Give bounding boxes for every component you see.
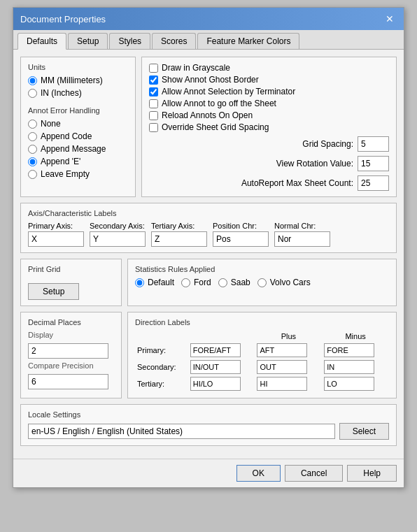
normal-chr-input[interactable] bbox=[274, 231, 330, 247]
cancel-button[interactable]: Cancel bbox=[285, 465, 343, 482]
volvo-radio[interactable] bbox=[257, 278, 267, 287]
append-message-radio-item[interactable]: Append Message bbox=[28, 144, 128, 154]
tertiary-direction-row: Tertiary: bbox=[135, 375, 389, 392]
override-grid-item[interactable]: Override Sheet Grid Spacing bbox=[149, 122, 389, 132]
view-rotation-row: View Rotation Value: bbox=[149, 156, 389, 171]
mm-label: MM (Millimeters) bbox=[41, 76, 103, 85]
secondary-direction-row: Secondary: bbox=[135, 359, 389, 375]
display-input[interactable] bbox=[28, 343, 108, 359]
append-message-radio[interactable] bbox=[28, 145, 37, 154]
mm-radio-item[interactable]: MM (Millimeters) bbox=[28, 76, 128, 85]
append-e-radio[interactable] bbox=[28, 157, 37, 166]
in-radio[interactable] bbox=[28, 89, 37, 98]
primary-dir-plus-input[interactable] bbox=[257, 343, 307, 357]
none-radio[interactable] bbox=[28, 120, 37, 129]
view-rotation-label: View Rotation Value: bbox=[276, 159, 353, 168]
autoreport-label: AutoReport Max Sheet Count: bbox=[241, 178, 353, 188]
primary-dir-minus-input[interactable] bbox=[324, 343, 374, 357]
grid-spacing-row: Grid Spacing: bbox=[149, 136, 389, 152]
primary-axis-label: Primary Axis: bbox=[28, 222, 84, 230]
allow-off-sheet-checkbox[interactable] bbox=[149, 99, 158, 108]
show-ghost-border-item[interactable]: Show Annot Ghost Border bbox=[149, 75, 389, 85]
dir-col-minus: Minus bbox=[322, 331, 389, 342]
autoreport-input[interactable] bbox=[358, 175, 389, 191]
ok-button[interactable]: OK bbox=[236, 465, 281, 482]
default-radio-item[interactable]: Default bbox=[135, 278, 174, 287]
none-radio-item[interactable]: None bbox=[28, 119, 128, 129]
tab-styles[interactable]: Styles bbox=[109, 33, 150, 49]
view-rotation-input[interactable] bbox=[358, 156, 389, 171]
tab-scores[interactable]: Scores bbox=[152, 33, 196, 49]
tab-setup[interactable]: Setup bbox=[68, 33, 108, 49]
override-grid-checkbox[interactable] bbox=[149, 123, 158, 132]
secondary-dir-main-input[interactable] bbox=[190, 360, 241, 374]
tertiary-axis-input[interactable] bbox=[151, 231, 207, 247]
tertiary-dir-minus-input[interactable] bbox=[324, 377, 374, 391]
allow-off-sheet-item[interactable]: Allow Annot to go off the Sheet bbox=[149, 99, 389, 108]
leave-empty-radio[interactable] bbox=[28, 170, 37, 179]
display-label: Display bbox=[28, 331, 114, 339]
primary-axis-input[interactable] bbox=[28, 231, 84, 247]
document-properties-window: Document Properties ✕ Defaults Setup Sty… bbox=[13, 7, 404, 488]
top-row: Units MM (Millimeters) IN (Inches) Annot… bbox=[20, 57, 397, 197]
grid-spacing-label: Grid Spacing: bbox=[302, 139, 353, 149]
primary-dir-main-input[interactable] bbox=[190, 343, 241, 357]
default-label: Default bbox=[148, 278, 174, 287]
mid-row: Print Grid Setup Statistics Rules Applie… bbox=[20, 259, 397, 306]
help-button[interactable]: Help bbox=[347, 465, 397, 482]
saab-radio-item[interactable]: Saab bbox=[218, 278, 250, 287]
tertiary-dir-plus-input[interactable] bbox=[257, 377, 307, 391]
axis-section: Axis/Characteristic Labels Primary Axis:… bbox=[20, 203, 397, 253]
locale-input[interactable] bbox=[28, 424, 335, 439]
secondary-axis-label: Secondary Axis: bbox=[90, 222, 146, 230]
draw-grayscale-checkbox[interactable] bbox=[149, 64, 158, 73]
position-chr-input[interactable] bbox=[213, 231, 269, 247]
decimal-title: Decimal Places bbox=[28, 318, 114, 326]
append-code-radio-item[interactable]: Append Code bbox=[28, 131, 128, 141]
tab-feature-marker-colors[interactable]: Feature Marker Colors bbox=[197, 33, 299, 49]
setup-button[interactable]: Setup bbox=[28, 283, 79, 300]
axis-title: Axis/Characteristic Labels bbox=[28, 209, 389, 217]
grid-spacing-input[interactable] bbox=[358, 136, 389, 152]
tertiary-dir-main-input[interactable] bbox=[190, 377, 241, 391]
in-label: IN (Inches) bbox=[41, 88, 82, 98]
reload-annots-item[interactable]: Reload Annots On Open bbox=[149, 110, 389, 120]
allow-selection-checkbox[interactable] bbox=[149, 87, 158, 96]
decimal-section: Decimal Places Display Compare Precision bbox=[20, 312, 122, 398]
compare-input[interactable] bbox=[28, 374, 108, 389]
primary-dir-label: Primary: bbox=[135, 342, 188, 359]
close-button[interactable]: ✕ bbox=[383, 12, 397, 26]
default-radio[interactable] bbox=[135, 278, 144, 287]
allow-selection-item[interactable]: Allow Annot Selection by Terminator bbox=[149, 87, 389, 96]
tab-defaults[interactable]: Defaults bbox=[17, 33, 66, 50]
ford-label: Ford bbox=[194, 278, 211, 287]
secondary-axis-input[interactable] bbox=[90, 231, 146, 247]
annot-error-title: Annot Error Handling bbox=[28, 106, 128, 115]
leave-empty-radio-item[interactable]: Leave Empty bbox=[28, 169, 128, 179]
print-grid-title: Print Grid bbox=[28, 265, 114, 273]
reload-annots-checkbox[interactable] bbox=[149, 111, 158, 120]
saab-radio[interactable] bbox=[218, 278, 227, 287]
normal-chr-label: Normal Chr: bbox=[274, 222, 330, 230]
ford-radio-item[interactable]: Ford bbox=[181, 278, 211, 287]
tertiary-axis-field: Tertiary Axis: bbox=[151, 222, 207, 247]
secondary-axis-field: Secondary Axis: bbox=[90, 222, 146, 247]
show-ghost-border-checkbox[interactable] bbox=[149, 76, 158, 85]
normal-chr-field: Normal Chr: bbox=[274, 222, 330, 247]
window-title: Document Properties bbox=[20, 14, 106, 24]
direction-title: Direction Labels bbox=[135, 318, 389, 326]
secondary-dir-label: Secondary: bbox=[135, 359, 188, 375]
volvo-radio-item[interactable]: Volvo Cars bbox=[257, 278, 311, 287]
append-code-radio[interactable] bbox=[28, 132, 37, 141]
tab-bar: Defaults Setup Styles Scores Feature Mar… bbox=[13, 30, 404, 50]
mm-radio[interactable] bbox=[28, 76, 37, 85]
draw-grayscale-item[interactable]: Draw in Grayscale bbox=[149, 63, 389, 73]
in-radio-item[interactable]: IN (Inches) bbox=[28, 88, 128, 98]
select-button[interactable]: Select bbox=[339, 423, 389, 440]
append-e-radio-item[interactable]: Append 'E' bbox=[28, 157, 128, 166]
leave-empty-label: Leave Empty bbox=[41, 169, 90, 179]
secondary-dir-minus-input[interactable] bbox=[324, 360, 374, 374]
ford-radio[interactable] bbox=[181, 278, 190, 287]
secondary-dir-plus-input[interactable] bbox=[257, 360, 307, 374]
print-grid-section: Print Grid Setup bbox=[20, 259, 122, 306]
